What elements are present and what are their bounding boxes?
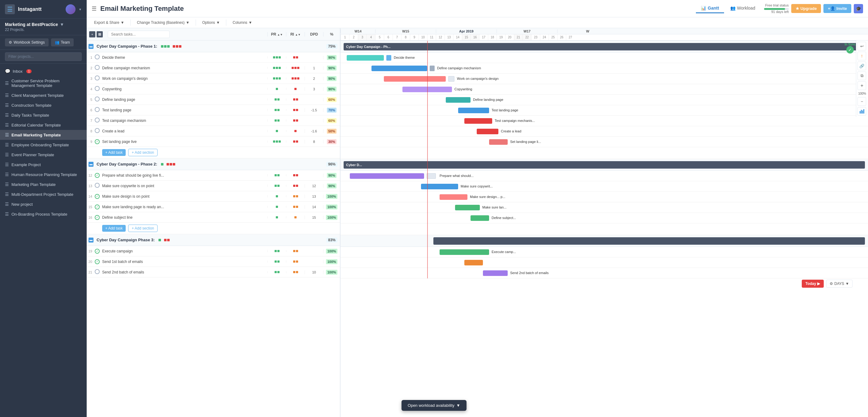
- gantt-bar-decide-theme[interactable]: [347, 55, 384, 61]
- ri-column-header[interactable]: RI ▲▼: [286, 32, 305, 36]
- days-button[interactable]: ⚙ DAYS ▼: [826, 280, 852, 288]
- section-collapse-btn[interactable]: ▬: [89, 237, 93, 243]
- today-button[interactable]: Today ▶: [802, 280, 824, 288]
- gantt-view-button[interactable]: 📊 Gantt: [696, 4, 724, 13]
- task-name[interactable]: Test landing page: [100, 108, 268, 112]
- task-checkbox[interactable]: [95, 118, 100, 123]
- section-collapse-btn[interactable]: ▬: [89, 162, 93, 167]
- task-name[interactable]: Prepare what should be going live fi...: [100, 173, 268, 178]
- task-checkbox[interactable]: [95, 183, 100, 188]
- task-name[interactable]: Create a lead: [100, 129, 268, 133]
- filter-projects-input[interactable]: [5, 52, 82, 61]
- workspace-name[interactable]: Marketing at BestPractice ▼: [5, 22, 82, 27]
- task-checkbox[interactable]: [95, 97, 100, 101]
- task-name[interactable]: Execute campaign: [100, 249, 268, 253]
- task-name[interactable]: Work on campaign's design: [100, 76, 268, 81]
- add-section-button[interactable]: + Add section: [128, 149, 157, 156]
- sidebar-item-daily-tasks[interactable]: ☰ Daily Tasks Template: [0, 110, 87, 120]
- workload-view-button[interactable]: 👥 Workload: [725, 4, 760, 13]
- sidebar-item-event-planner[interactable]: ☰ Event Planner Template: [0, 150, 87, 160]
- gantt-bar-copywrite[interactable]: [421, 184, 458, 189]
- task-name[interactable]: Set landing page live: [100, 139, 268, 144]
- task-checkbox[interactable]: ✓: [95, 139, 100, 144]
- sidebar-item-employee-onboarding[interactable]: ☰ Employee Onboarding Template: [0, 140, 87, 150]
- cap-icon-button[interactable]: 🎓: [854, 4, 863, 13]
- add-view-btn-2[interactable]: ▦: [97, 31, 103, 37]
- add-task-button[interactable]: + Add task: [102, 149, 126, 156]
- gantt-bar-execute[interactable]: [440, 249, 489, 255]
- copy-icon-button[interactable]: ⧉: [858, 71, 866, 80]
- sidebar-item-example[interactable]: ☰ Example Project: [0, 160, 87, 169]
- task-name[interactable]: Make sure design is on point: [100, 194, 268, 199]
- minus-icon-button[interactable]: −: [858, 97, 866, 106]
- task-name[interactable]: Define campaign mechanism: [100, 66, 268, 70]
- gantt-bar-landing-live[interactable]: [489, 139, 508, 145]
- gantt-bar-design[interactable]: [440, 194, 467, 200]
- task-checkbox[interactable]: [95, 128, 100, 133]
- sidebar-item-customer-service[interactable]: ☰ Customer Service Problem Management Te…: [0, 76, 87, 90]
- gantt-bar-send1[interactable]: [464, 260, 483, 265]
- task-name[interactable]: Send 1st batch of emails: [100, 260, 268, 264]
- export-share-button[interactable]: Export & Share ▼: [92, 19, 127, 26]
- search-tasks-input[interactable]: [108, 31, 169, 38]
- change-tracking-button[interactable]: Change Tracking (Baselines) ▼: [134, 19, 192, 26]
- options-button[interactable]: Options ▼: [200, 19, 222, 26]
- add-section-button[interactable]: + Add section: [128, 225, 157, 232]
- chevron-down-icon[interactable]: ▼: [79, 8, 82, 11]
- task-checkbox[interactable]: ✓: [95, 259, 100, 264]
- menu-icon[interactable]: ☰: [92, 5, 97, 12]
- sidebar-item-onboarding[interactable]: ☰ On-Boarding Process Template: [0, 209, 87, 219]
- task-checkbox[interactable]: ✓: [95, 249, 100, 254]
- add-icon-button[interactable]: +: [858, 82, 866, 90]
- add-view-btn-1[interactable]: +: [89, 31, 95, 37]
- task-name[interactable]: Decide theme: [100, 55, 268, 60]
- task-checkbox[interactable]: [95, 86, 100, 91]
- team-button[interactable]: 👥 Team: [51, 38, 74, 46]
- gantt-bar-define-landing[interactable]: [446, 97, 470, 103]
- gantt-bar-define-campaign[interactable]: [371, 66, 427, 71]
- gantt-bar-prepare[interactable]: [350, 173, 424, 179]
- task-name[interactable]: Define subject line: [100, 215, 268, 220]
- warning-icon-button[interactable]: !: [858, 52, 866, 60]
- sidebar-item-hr[interactable]: ☰ Human Resource Planning Template: [0, 169, 87, 180]
- upgrade-button[interactable]: ★ Upgrade: [791, 4, 821, 13]
- gantt-bar-subject[interactable]: [470, 215, 489, 221]
- task-checkbox[interactable]: ✓: [95, 194, 100, 199]
- sidebar-item-editorial[interactable]: ☰ Editorial Calendar Template: [0, 120, 87, 130]
- gantt-bar-test-campaign[interactable]: [464, 118, 492, 124]
- task-checkbox[interactable]: [95, 65, 100, 70]
- sidebar-item-email-marketing[interactable]: ☰ Email Marketing Template: [0, 130, 87, 140]
- gantt-bar-campaign-design[interactable]: [384, 76, 446, 82]
- link-icon-button[interactable]: 🔗: [858, 62, 866, 70]
- workbook-settings-button[interactable]: ⚙ Workbook Settings: [5, 38, 49, 46]
- sidebar-item-construction[interactable]: ☰ Construction Template: [0, 100, 87, 110]
- invite-button[interactable]: +👤 Invite: [824, 4, 851, 13]
- task-checkbox[interactable]: [95, 55, 100, 59]
- task-name[interactable]: Test campaign mechanism: [100, 119, 268, 123]
- task-checkbox[interactable]: ✓: [95, 173, 100, 178]
- task-checkbox[interactable]: [95, 107, 100, 112]
- gantt-bar-create-lead[interactable]: [477, 129, 498, 134]
- gantt-bar-test-landing[interactable]: [458, 108, 489, 113]
- avatar[interactable]: [66, 4, 75, 14]
- add-task-button[interactable]: + Add task: [102, 225, 126, 232]
- task-checkbox[interactable]: ✓: [95, 204, 100, 210]
- sidebar-item-new-project[interactable]: ☰ New project: [0, 199, 87, 209]
- undo-icon-button[interactable]: ↩: [858, 42, 866, 51]
- sidebar-item-marketing-plan[interactable]: ☰ Marketing Plan Template: [0, 180, 87, 189]
- gantt-bar-landing-ready[interactable]: [455, 205, 480, 211]
- task-checkbox[interactable]: ✓: [95, 215, 100, 220]
- task-checkbox[interactable]: [95, 75, 100, 81]
- sidebar-item-inbox[interactable]: 💬 Inbox 1: [0, 66, 87, 76]
- task-name[interactable]: Copywriting: [100, 87, 268, 91]
- section-collapse-btn[interactable]: ▬: [89, 44, 93, 49]
- pr-column-header[interactable]: PR ▲▼: [268, 32, 286, 36]
- columns-button[interactable]: Columns ▼: [230, 19, 254, 26]
- task-name[interactable]: Make sure landing page is ready an...: [100, 205, 268, 209]
- sidebar-item-multi-dept[interactable]: ☰ Multi-Department Project Template: [0, 189, 87, 199]
- open-workload-button[interactable]: Open workload availability ▼: [402, 400, 466, 411]
- task-checkbox[interactable]: [95, 269, 100, 274]
- task-name[interactable]: Define landing page: [100, 97, 268, 102]
- task-name[interactable]: Make sure copywrite is on point: [100, 184, 268, 188]
- workload-bars-icon-button[interactable]: [858, 107, 866, 116]
